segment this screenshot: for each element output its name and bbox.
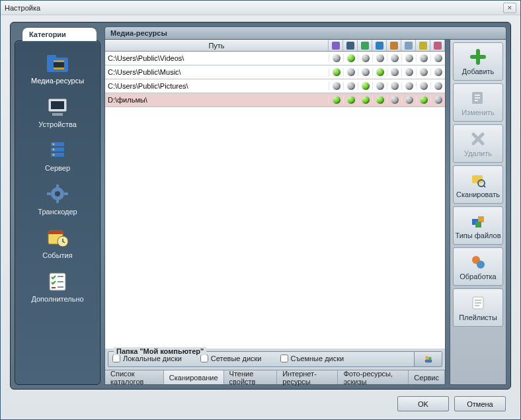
titlebar: Настройка ✕ [1, 1, 520, 15]
action-button-scan[interactable]: Сканировать [453, 165, 503, 204]
close-button[interactable]: ✕ [503, 3, 516, 13]
checkbox-input[interactable] [200, 355, 208, 362]
tab-5[interactable]: Сервис [409, 370, 445, 384]
svg-rect-29 [361, 42, 369, 50]
checkbox-input[interactable] [112, 355, 120, 362]
checkbox-2[interactable]: Съемные диски [280, 355, 344, 362]
cell-toggle[interactable] [343, 96, 358, 104]
cell-toggle[interactable] [329, 96, 343, 104]
button-label: Сканировать [456, 190, 500, 198]
table-row[interactable]: C:\Users\Public\Music\ [105, 65, 445, 79]
cell-toggle[interactable] [430, 82, 445, 90]
cell-toggle[interactable] [372, 82, 387, 90]
cell-toggle[interactable] [358, 96, 372, 104]
cell-toggle[interactable] [416, 54, 430, 62]
cell-toggle[interactable] [387, 82, 401, 90]
status-dot-off [405, 68, 413, 76]
cell-toggle[interactable] [343, 54, 358, 62]
cell-toggle[interactable] [329, 54, 343, 62]
cell-toggle[interactable] [372, 54, 387, 62]
cell-toggle[interactable] [430, 54, 445, 62]
column-header-speaker-icon[interactable] [387, 40, 401, 51]
checkbox-1[interactable]: Сетевые диски [200, 355, 262, 362]
tab-0[interactable]: Список каталогов [105, 370, 164, 384]
column-header-image-icon[interactable] [358, 40, 372, 51]
svg-point-15 [55, 191, 60, 196]
sidebar-item-5[interactable]: Дополнительно [18, 266, 97, 306]
sidebar-item-3[interactable]: Транскодер [18, 179, 97, 218]
column-header-cube-icon[interactable] [416, 40, 430, 51]
status-dot-off [405, 54, 413, 62]
action-button-plus[interactable]: Добавить [453, 42, 503, 81]
cell-toggle[interactable] [372, 96, 387, 104]
cell-toggle[interactable] [430, 68, 445, 76]
cell-toggle[interactable] [358, 68, 372, 76]
cancel-button[interactable]: Отмена [454, 396, 506, 411]
column-header-music-icon[interactable] [329, 40, 343, 51]
action-button-process[interactable]: Обработка [453, 247, 503, 286]
browse-users-button[interactable] [414, 352, 442, 366]
status-dot-on [362, 82, 370, 90]
cell-toggle[interactable] [416, 96, 430, 104]
svg-rect-43 [475, 222, 481, 228]
table-row[interactable]: D:\фильмы\ [105, 93, 445, 107]
tab-4[interactable]: Фото-ресурсы, эскизы [338, 370, 409, 384]
checkbox-0[interactable]: Локальные диски [112, 355, 182, 362]
tab-2[interactable]: Чтение свойств [224, 370, 278, 384]
cell-toggle[interactable] [401, 82, 416, 90]
sidebar-item-label: Дополнительно [31, 295, 83, 303]
cell-toggle[interactable] [329, 68, 343, 76]
cell-toggle[interactable] [416, 82, 430, 90]
cell-toggle[interactable] [358, 54, 372, 62]
status-dot-on [362, 96, 370, 104]
sidebar-item-label: Устройства [38, 120, 77, 128]
cell-path: D:\фильмы\ [105, 96, 329, 104]
cell-toggle[interactable] [401, 96, 416, 104]
cell-toggle[interactable] [387, 96, 401, 104]
button-label: Обработка [460, 273, 496, 280]
process-icon [469, 253, 487, 271]
status-dot-off [434, 82, 442, 90]
sidebar-item-4[interactable]: События [18, 222, 97, 262]
column-header-globe-icon[interactable] [372, 40, 387, 51]
cell-toggle[interactable] [343, 68, 358, 76]
status-dot-on [420, 96, 428, 104]
button-label: Типы файлов [455, 231, 501, 239]
sidebar-item-2[interactable]: Сервер [18, 135, 97, 175]
status-dot-off [333, 54, 341, 62]
sidebar-item-label: Сервер [45, 164, 70, 172]
resources-table: Путь C:\Users\Public\Videos\C:\Users\Pub… [105, 40, 445, 349]
cell-toggle[interactable] [387, 54, 401, 62]
status-dot-off [391, 96, 399, 104]
table-body: C:\Users\Public\Videos\C:\Users\Public\M… [105, 52, 445, 349]
svg-rect-30 [376, 42, 383, 50]
cell-toggle[interactable] [416, 68, 430, 76]
cell-toggle[interactable] [343, 82, 358, 90]
cell-toggle[interactable] [372, 68, 387, 76]
checkbox-input[interactable] [280, 355, 288, 362]
tab-1[interactable]: Сканирование [164, 370, 224, 384]
server-icon [44, 138, 71, 163]
column-header-misc-icon[interactable] [430, 40, 445, 51]
cell-toggle[interactable] [387, 68, 401, 76]
tab-3[interactable]: Интернет-ресурсы [277, 370, 338, 384]
sidebar-item-1[interactable]: Устройства [18, 91, 97, 131]
status-dot-off [434, 54, 442, 62]
cell-toggle[interactable] [329, 82, 343, 90]
cell-toggle[interactable] [358, 82, 372, 90]
svg-point-35 [425, 356, 428, 359]
sidebar-item-0[interactable]: Медиа-ресурсы [18, 48, 97, 87]
action-button-playlist[interactable]: Плейлисты [453, 288, 503, 327]
column-header-path[interactable]: Путь [105, 40, 329, 51]
svg-rect-18 [47, 192, 51, 195]
cell-toggle[interactable] [401, 54, 416, 62]
ok-button[interactable]: OK [397, 396, 449, 411]
action-button-filetypes[interactable]: Типы файлов [453, 206, 503, 245]
cell-toggle[interactable] [430, 96, 445, 104]
cell-toggle[interactable] [401, 68, 416, 76]
table-row[interactable]: C:\Users\Public\Pictures\ [105, 79, 445, 93]
column-header-video-icon[interactable] [343, 40, 358, 51]
table-row[interactable]: C:\Users\Public\Videos\ [105, 52, 445, 65]
column-header-cloud-icon[interactable] [401, 40, 416, 51]
svg-rect-37 [424, 360, 432, 363]
